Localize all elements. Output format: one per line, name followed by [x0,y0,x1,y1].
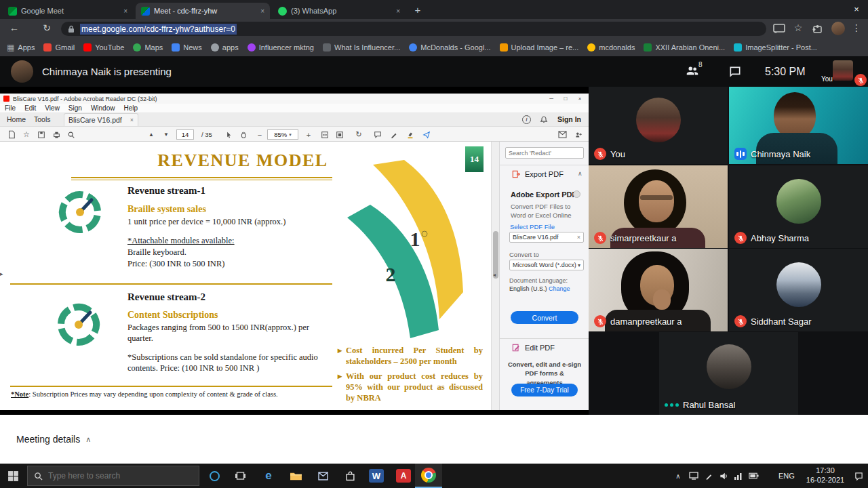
clear-file-icon[interactable]: × [577,234,580,241]
fit-width-icon[interactable] [319,129,331,140]
battery-tray-icon[interactable] [747,470,760,481]
menu-view[interactable]: View [45,104,60,112]
menu-sign[interactable]: Sign [68,104,82,112]
close-icon[interactable]: × [574,96,585,102]
maximize-icon[interactable]: □ [560,96,571,102]
bookmark-item[interactable]: apps [211,43,239,52]
export-pdf-section[interactable]: Export PDF [512,170,564,178]
star-tool-icon[interactable]: ☆ [20,129,33,140]
search-tool-icon[interactable] [65,129,77,140]
previous-page-icon[interactable]: ▲ [145,129,157,140]
bookmark-item[interactable]: What Is Influencer... [323,43,400,52]
bookmark-item[interactable]: Gmail [43,43,75,52]
action-center-icon[interactable] [853,470,864,481]
zoom-in-icon[interactable]: + [302,129,315,140]
start-button[interactable] [5,469,20,483]
open-file-icon[interactable] [5,129,18,140]
participant-tile-chinmaya[interactable]: Chinmaya Naik [729,87,868,164]
panel-search-input[interactable] [509,150,570,157]
zoom-level-select[interactable]: 85%▾ [267,129,298,140]
chat-icon[interactable] [728,65,742,79]
page-number-input[interactable]: 14 [176,129,194,140]
bookmark-item[interactable]: ImageSplitter - Post... [734,43,817,52]
share-people-icon[interactable] [572,129,585,140]
edit-pdf-section[interactable]: Edit PDF [512,344,555,352]
file-explorer-icon[interactable] [288,469,304,483]
participant-tile-siddhant[interactable]: Siddhant Sagar [729,249,868,331]
convert-button[interactable]: Convert [511,311,578,324]
info-icon[interactable]: i [522,115,531,124]
tab-tools[interactable]: Tools [34,115,51,123]
menu-help[interactable]: Help [123,104,138,112]
participant-tile-damanpreetkaur[interactable]: damanpreetkaur a [589,249,728,331]
edge-icon[interactable]: e [260,468,277,483]
language-indicator[interactable]: ENG [778,464,795,488]
tab-close-icon[interactable]: × [123,7,127,15]
cortana-button[interactable] [208,469,221,483]
change-language-link[interactable]: Change [549,285,570,292]
tab-meet-active[interactable]: Meet - cdc-ffrz-yhw × [136,3,270,19]
vertical-scrollbar[interactable]: ◂ [491,142,499,410]
meeting-details-button[interactable]: Meeting details ∧ [16,415,91,464]
reload-icon[interactable]: ↻ [41,22,53,33]
new-tab-button[interactable]: + [411,3,425,17]
fit-page-icon[interactable] [334,129,346,140]
taskbar-search-input[interactable] [48,471,184,481]
display-tray-icon[interactable] [688,470,700,481]
browser-menu-kebab-icon[interactable]: ⋮ [852,22,861,33]
participant-tile-abhay[interactable]: Abhay Sharma [729,165,868,248]
participants-button[interactable]: 8 [685,64,705,80]
tray-expand-icon[interactable]: ∧ [673,470,684,481]
acrobat-icon[interactable]: A [396,469,411,483]
mail-icon[interactable] [315,470,331,482]
panel-expand-icon[interactable]: ▸ [0,270,3,277]
minimize-icon[interactable]: ─ [546,96,557,102]
bookmark-item[interactable]: News [172,43,202,52]
tab-home[interactable]: Home [7,115,26,123]
panel-search-field[interactable] [505,147,584,159]
menu-window[interactable]: Window [91,104,115,112]
doc-tab-close-icon[interactable]: × [130,117,134,123]
pen-tray-icon[interactable] [703,470,715,481]
bookmark-item[interactable]: Maps [133,43,163,52]
store-icon[interactable] [342,469,358,483]
volume-tray-icon[interactable] [717,470,730,481]
tab-document[interactable]: BlisCare V16.pdf × [64,113,138,126]
menu-edit[interactable]: Edit [24,104,36,112]
bookmark-star-icon[interactable]: ☆ [792,22,804,33]
next-page-icon[interactable]: ▼ [160,129,172,140]
participant-tile-simarpreetkaur[interactable]: simarpreetkaur a [589,165,728,248]
window-close-icon[interactable]: × [849,3,864,16]
pencil-tool-icon[interactable] [388,129,400,140]
menu-file[interactable]: File [5,104,16,112]
tab-google-meet[interactable]: Google Meet × [3,3,133,19]
omnibox[interactable]: meet.google.com/cdc-ffrz-yhw?authuser=0 [61,22,766,36]
free-trial-button[interactable]: Free 7-Day Trial [511,384,578,396]
send-tool-icon[interactable] [420,129,433,140]
extensions-puzzle-icon[interactable] [812,24,823,34]
highlight-tool-icon[interactable] [404,129,416,140]
url-text[interactable]: meet.google.com/cdc-ffrz-yhw?authuser=0 [80,24,237,35]
sign-in-button[interactable]: Sign In [557,115,581,123]
panel-collapse-icon[interactable]: ◂ [493,272,496,278]
tab-close-icon[interactable]: × [396,7,400,15]
select-tool-icon[interactable] [222,129,235,140]
tab-whatsapp[interactable]: (3) WhatsApp × [273,3,406,19]
network-tray-icon[interactable] [732,470,745,481]
format-select[interactable]: Microsoft Word (*.docx) ▾ [509,260,584,270]
zoom-out-icon[interactable]: − [254,129,266,140]
selected-file-field[interactable]: BlisCare V16.pdf × [509,232,584,243]
hand-tool-icon[interactable] [237,129,250,140]
participant-tile-you[interactable]: You [589,87,728,164]
self-mini-video[interactable] [833,60,853,81]
taskbar-clock[interactable]: 17:30 16-02-2021 [802,464,849,488]
notification-bell-icon[interactable] [540,115,548,124]
bookmark-item[interactable]: YouTube [83,43,124,52]
bookmark-apps[interactable]: ▦Apps [7,43,35,52]
print-icon[interactable] [50,129,62,140]
word-icon[interactable]: W [369,469,384,483]
section-chevron-icon[interactable]: ∧ [578,170,583,177]
bookmark-item[interactable]: XXII Arabian Oneni... [644,43,725,52]
save-icon[interactable] [35,129,47,140]
cast-icon[interactable] [773,24,785,34]
